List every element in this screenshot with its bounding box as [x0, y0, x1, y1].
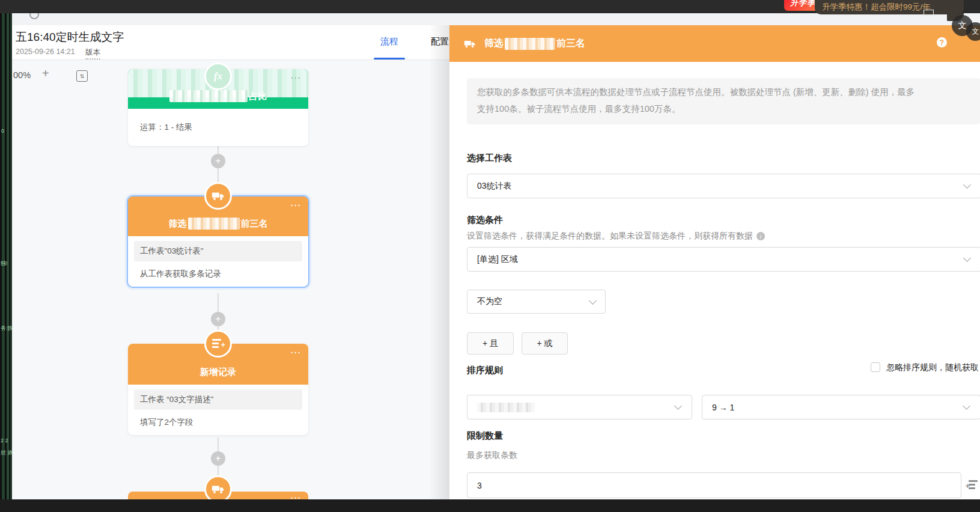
- background-window-strip: [0, 0, 12, 499]
- add-and-condition-button[interactable]: + 且: [467, 332, 514, 355]
- fit-view-icon: ⇅: [80, 73, 85, 79]
- zoom-level: 00%: [13, 70, 31, 80]
- sort-order-value: 9 → 1: [712, 403, 734, 412]
- worksheet-select[interactable]: 03统计表: [467, 174, 980, 198]
- chevron-down-icon: [674, 402, 682, 410]
- workflow-timestamp: 2025-09-26 14:21: [16, 47, 75, 56]
- drawer-title-prefix: 筛选: [484, 37, 504, 50]
- background-text-fragment: 务:拆: [1, 325, 13, 331]
- version-link[interactable]: 版本: [85, 47, 100, 59]
- ignore-sort-label: 忽略排序规则，随机获取: [886, 362, 979, 373]
- workflow-title: 五16:40定时生成文字: [16, 29, 124, 45]
- taskbar: [0, 499, 980, 512]
- node-worksheet-row: 工作表"03统计表": [134, 241, 302, 261]
- node-title-text: 占比: [249, 91, 267, 102]
- tab-flow[interactable]: 流程: [374, 36, 405, 47]
- add-record-icon: +: [204, 330, 232, 358]
- sort-field-select[interactable]: [467, 395, 692, 419]
- description-box: 您获取的多条数据可供本流程的数据处理节点或子流程节点使用。被数据处理节点 (新增…: [467, 78, 980, 124]
- worksheet-value: 03统计表: [477, 181, 512, 192]
- filter-operator-select[interactable]: 不为空: [467, 290, 606, 314]
- redacted-text: [477, 403, 535, 412]
- help-icon[interactable]: ?: [937, 37, 947, 47]
- chevron-down-icon: [963, 181, 971, 189]
- background-text-fragment: 2 2: [1, 437, 8, 443]
- filter-field-value: [单选] 区域: [477, 254, 518, 265]
- capture-frame-icon: [924, 10, 934, 16]
- redacted-text: [188, 218, 240, 230]
- chevron-down-icon: [589, 297, 597, 305]
- drawer-header: 筛选 前三名: [449, 25, 980, 62]
- info-icon[interactable]: i: [756, 232, 765, 240]
- add-node-button[interactable]: +: [211, 451, 225, 466]
- add-or-condition-button[interactable]: + 或: [522, 332, 568, 355]
- add-node-button[interactable]: +: [211, 312, 225, 326]
- app-root: 五16:40定时生成文字 2025-09-26 14:21 版本 流程 配置 0…: [0, 0, 980, 512]
- ignore-sort-checkbox[interactable]: [871, 362, 880, 372]
- translate-icon[interactable]: 文: [966, 22, 980, 41]
- node-action-row: 从工作表获取多条记录: [134, 261, 302, 279]
- node-summary: 运算：1 - 结果: [134, 114, 302, 139]
- limit-label: 限制数量: [467, 430, 503, 442]
- node-title-suffix: 前三名: [241, 218, 268, 230]
- chevron-down-icon: [963, 402, 970, 410]
- node-title-text: 新增记录: [200, 367, 236, 378]
- truck-icon: [204, 182, 232, 210]
- window-gap-strip: [0, 13, 980, 25]
- node-worksheet-row: 工作表 “03文字描述”: [134, 389, 302, 410]
- node-menu-icon[interactable]: ⋯: [290, 72, 301, 84]
- filter-label: 筛选条件: [467, 215, 503, 226]
- formula-icon: fx: [204, 62, 232, 90]
- description-line2: 支持100条。被子流程节点使用，最多支持100万条。: [477, 103, 680, 115]
- filter-operator-value: 不为空: [477, 296, 502, 307]
- redacted-text: [169, 90, 248, 102]
- sort-order-select[interactable]: 9 → 1: [702, 395, 980, 419]
- node-title-prefix: 筛选: [169, 218, 187, 230]
- drawer-title: 筛选 前三名: [484, 37, 585, 50]
- background-text-fragment: 丝 效: [1, 450, 13, 456]
- promo-tooltip: 升学季特惠！超会限时99元/年: [815, 0, 964, 14]
- truck-icon: [464, 38, 476, 50]
- drawer-shadow: [429, 25, 449, 499]
- filter-field-select[interactable]: [单选] 区域: [467, 247, 980, 272]
- sort-label: 排序规则: [467, 365, 503, 376]
- node-menu-icon[interactable]: ⋯: [290, 346, 301, 359]
- background-text-fragment: 0: [1, 128, 4, 134]
- node-menu-icon[interactable]: ⋯: [290, 199, 301, 212]
- filter-help: 设置筛选条件，获得满足条件的数据。如果未设置筛选条件，则获得所有数据 i: [467, 231, 765, 242]
- node-action-row: 填写了2个字段: [134, 410, 302, 428]
- limit-input[interactable]: [467, 472, 961, 498]
- description-line1: 您获取的多条数据可供本流程的数据处理节点或子流程节点使用。被数据处理节点 (新增…: [477, 87, 915, 98]
- chevron-down-icon: [963, 254, 971, 262]
- zoom-in-button[interactable]: +: [42, 67, 49, 81]
- fit-view-button[interactable]: ⇅: [76, 70, 88, 82]
- worksheet-label: 选择工作表: [467, 153, 512, 164]
- limit-help: 最多获取条数: [467, 450, 517, 461]
- drawer-title-suffix: 前三名: [556, 37, 585, 50]
- background-text-fragment: 独!: [1, 260, 8, 266]
- add-node-button[interactable]: +: [211, 154, 225, 168]
- redacted-text: [505, 38, 555, 50]
